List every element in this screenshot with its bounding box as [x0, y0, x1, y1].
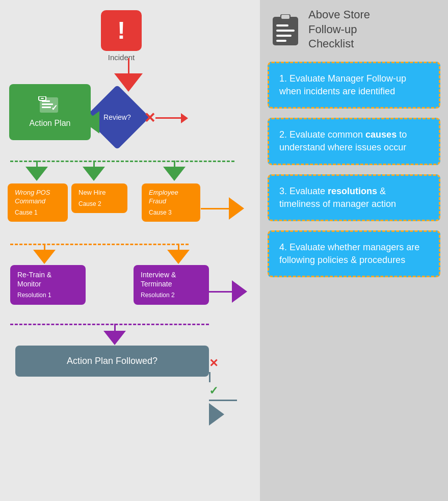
action-plan-node: ✓ Action Plan: [9, 84, 91, 140]
checklist-item-3-text: 3. Evaluate resolutions & timeliness of …: [279, 186, 396, 209]
flowchart: ! Incident Review?: [5, 5, 255, 494]
orange-arrow-left: [33, 244, 56, 264]
cause-2-number: Cause 2: [78, 200, 120, 208]
checklist-area: Above Store Follow-up Checklist 1. Evalu…: [260, 0, 448, 501]
review-node: Review?: [94, 94, 140, 140]
svg-text:✓: ✓: [51, 103, 58, 112]
checklist-item-3: 3. Evaluate resolutions & timeliness of …: [268, 174, 440, 221]
cause-3-box: Employee Fraud Cause 3: [142, 183, 200, 222]
action-plan-icon: ✓: [38, 96, 62, 116]
clipboard-icon: [270, 12, 301, 47]
checklist-item-1-text: 1. Evaluate Manager Follow-up when incid…: [279, 73, 406, 96]
svg-rect-3: [42, 107, 51, 108]
final-x-row: ✕: [209, 357, 218, 370]
cause-2-name: New Hire: [78, 189, 120, 197]
cause-3-italic: Employee Fraud: [149, 189, 178, 205]
cause-3-node: Employee Fraud Cause 3: [142, 183, 200, 222]
green-arrowhead-right: [163, 167, 186, 181]
x-line: [155, 117, 181, 119]
resolution-right-arrow: [209, 280, 247, 303]
orange-arrow-right: [167, 244, 190, 264]
green-arrow-mid: [83, 161, 105, 181]
action-plan-followed-label: Action Plan Followed?: [67, 356, 157, 366]
resolution-1-node: Re-Train &Monitor Resolution 1: [10, 265, 86, 305]
purple-stem: [114, 324, 116, 331]
checklist-item-4: 4. Evaluate whether managers are followi…: [268, 230, 440, 277]
x-icon: ✕: [144, 110, 155, 126]
orange-stem-left: [44, 244, 45, 250]
green-arrow-left: [25, 161, 48, 181]
resolution-1-box: Re-Train &Monitor Resolution 1: [10, 265, 86, 305]
svg-rect-10: [276, 24, 288, 27]
svg-rect-9: [281, 15, 289, 19]
final-check-icon: ✓: [209, 384, 218, 398]
arrow-stem-gl: [36, 161, 38, 167]
checklist-header: Above Store Follow-up Checklist: [268, 8, 440, 51]
resolution-2-box: Interview &Terminate Resolution 2: [134, 265, 209, 305]
incident-node: ! Incident: [101, 10, 142, 62]
svg-rect-12: [276, 35, 292, 37]
checklist-item-1: 1. Evaluate Manager Follow-up when incid…: [268, 62, 440, 109]
review-label: Review?: [103, 113, 131, 121]
incident-box: !: [101, 10, 142, 51]
green-arrowhead-left: [25, 167, 48, 181]
checklist-title: Above Store Follow-up Checklist: [308, 8, 370, 51]
cause-1-node: Wrong POS Command Cause 1: [8, 183, 68, 222]
action-plan-followed-node: Action Plan Followed?: [15, 346, 209, 377]
final-x-icon: ✕: [209, 357, 218, 370]
checklist-title-text: Above Store Follow-up Checklist: [308, 8, 370, 50]
x-arrowhead: [181, 113, 188, 123]
cause-arrowhead: [229, 197, 244, 220]
main-container: ! Incident Review?: [0, 0, 448, 501]
flowchart-area: ! Incident Review?: [0, 0, 260, 501]
x-arrow: ✕: [144, 110, 188, 126]
final-h-line: [209, 400, 237, 401]
arrow-stem: [128, 58, 129, 73]
svg-rect-11: [276, 30, 295, 32]
purple-arrow-down: [103, 324, 126, 345]
cause-1-box: Wrong POS Command Cause 1: [8, 183, 68, 222]
resolution-2-node: Interview &Terminate Resolution 2: [134, 265, 209, 305]
cause-3-number: Cause 3: [149, 209, 193, 217]
orange-stem-right: [178, 244, 179, 250]
green-arrow-right: [163, 161, 186, 181]
cause-right-arrow: [201, 197, 244, 220]
cause-1-name: Wrong POS Command: [15, 189, 61, 206]
arrow-stem-gr: [174, 161, 175, 167]
action-plan-box: ✓ Action Plan: [9, 84, 91, 140]
action-plan-label: Action Plan: [30, 119, 71, 128]
final-marks: ✕ ✓: [209, 357, 237, 426]
final-check-row: ✓: [209, 384, 218, 398]
final-line: [209, 372, 210, 382]
resolution-arrow-line: [209, 291, 232, 293]
cause-arrow-line: [201, 208, 229, 209]
purple-arrowhead: [103, 331, 126, 345]
incident-icon: !: [117, 18, 125, 43]
arrow-stem-gm: [93, 161, 95, 167]
resolution-1-number: Resolution 1: [17, 292, 78, 300]
svg-rect-13: [276, 40, 286, 42]
resolution-2-name: Interview &Terminate: [141, 270, 202, 288]
checklist-item-4-text: 4. Evaluate whether managers are followi…: [279, 242, 419, 265]
svg-rect-5: [41, 98, 44, 99]
final-gray-arrow: [209, 403, 224, 426]
action-plan-followed-box: Action Plan Followed?: [15, 346, 209, 377]
orange-arrowhead-right: [167, 250, 190, 264]
resolution-arrowhead: [232, 280, 247, 303]
green-arrowhead-mid: [83, 167, 105, 181]
checklist-item-2: 2. Evaluate common causes to understand …: [268, 118, 440, 165]
cause-1-italic: Wrong POS Command: [15, 189, 50, 205]
resolution-1-name: Re-Train &Monitor: [17, 270, 78, 288]
cause-3-name: Employee Fraud: [149, 189, 193, 206]
cause-2-box: New Hire Cause 2: [71, 183, 127, 213]
resolution-2-number: Resolution 2: [141, 292, 202, 300]
cause-2-node: New Hire Cause 2: [71, 183, 127, 213]
orange-arrowhead-left: [33, 250, 56, 264]
cause-1-number: Cause 1: [15, 209, 61, 217]
checklist-item-2-text: 2. Evaluate common causes to understand …: [279, 129, 407, 152]
